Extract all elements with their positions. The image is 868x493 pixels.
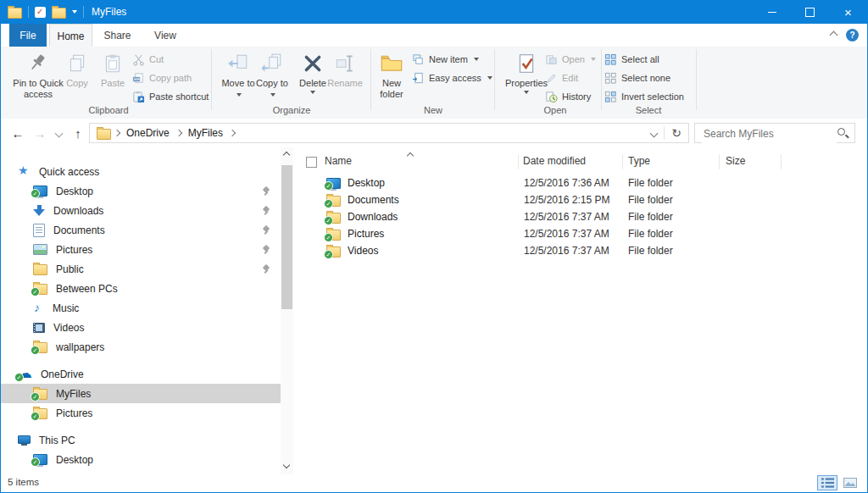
pin-icon bbox=[261, 206, 270, 216]
scrollbar-thumb[interactable] bbox=[281, 165, 292, 309]
file-row[interactable]: Downloads12/5/2016 7:37 AMFile folder bbox=[304, 208, 867, 225]
large-icons-view-button[interactable] bbox=[840, 475, 860, 490]
sidebar-scrollbar[interactable] bbox=[281, 147, 293, 474]
sidebar-item-label: Desktop bbox=[56, 186, 93, 197]
sidebar-item-quick-access[interactable]: Quick access bbox=[1, 162, 281, 181]
move-to-button[interactable]: Move to bbox=[220, 49, 257, 114]
file-row[interactable]: Pictures12/5/2016 7:37 AMFile folder bbox=[304, 225, 867, 242]
sort-ascending-icon bbox=[408, 149, 413, 161]
file-row[interactable]: Documents12/5/2016 2:15 PMFile folder bbox=[304, 191, 867, 208]
breadcrumb-chevron-icon[interactable] bbox=[229, 130, 236, 136]
properties-check-icon[interactable] bbox=[35, 7, 46, 18]
main-content: Quick accessDesktopDownloadsDocumentsPic… bbox=[1, 147, 867, 474]
search-box[interactable] bbox=[694, 123, 855, 143]
file-date-modified: 12/5/2016 2:15 PM bbox=[524, 191, 609, 208]
sidebar-item-desktop[interactable]: Desktop bbox=[1, 450, 281, 469]
minimize-button[interactable] bbox=[753, 0, 791, 24]
copy-button[interactable]: Copy bbox=[62, 49, 92, 114]
refresh-icon[interactable]: ↻ bbox=[671, 127, 682, 139]
details-view-button[interactable] bbox=[817, 475, 837, 490]
search-icon[interactable] bbox=[837, 127, 849, 140]
quick-access-toolbar bbox=[0, 6, 84, 19]
sidebar-item-myfiles[interactable]: MyFiles bbox=[1, 384, 281, 403]
sidebar-item-between-pcs[interactable]: Between PCs bbox=[1, 279, 281, 298]
properties-button[interactable]: Properties bbox=[504, 49, 548, 114]
file-size bbox=[694, 208, 777, 225]
copy-to-icon bbox=[261, 49, 283, 78]
tab-file[interactable]: File bbox=[9, 24, 47, 47]
sidebar-item-desktop[interactable]: Desktop bbox=[1, 181, 281, 201]
sidebar-item-label: Pictures bbox=[56, 244, 92, 256]
file-row[interactable]: Desktop12/5/2016 7:36 AMFile folder bbox=[304, 174, 867, 191]
sidebar-item-pictures[interactable]: Pictures bbox=[1, 403, 281, 423]
new-folder-button[interactable]: New folder bbox=[372, 49, 411, 114]
forward-button[interactable]: → bbox=[30, 119, 50, 147]
sidebar-item-label: Quick access bbox=[39, 166, 99, 178]
column-divider[interactable] bbox=[719, 154, 720, 169]
button-label: Easy access bbox=[429, 73, 481, 84]
sidebar-section-quick-access: Quick accessDesktopDownloadsDocumentsPic… bbox=[1, 162, 281, 357]
select-all-checkbox[interactable] bbox=[306, 157, 317, 168]
recent-locations-chevron-icon[interactable] bbox=[52, 119, 65, 147]
search-input[interactable] bbox=[702, 125, 837, 143]
sidebar-item-label: Music bbox=[53, 302, 79, 314]
scrollbar-down-icon[interactable] bbox=[283, 462, 290, 468]
file-name: Documents bbox=[348, 194, 399, 206]
group-label-open: Open bbox=[504, 105, 606, 115]
desktop-icon bbox=[326, 178, 341, 189]
column-divider[interactable] bbox=[518, 154, 519, 169]
music-icon bbox=[33, 302, 44, 314]
item-count: 5 items bbox=[8, 477, 39, 487]
address-dropdown-chevron-icon[interactable] bbox=[650, 129, 659, 137]
tab-share[interactable]: Share bbox=[96, 24, 139, 47]
ribbon-tabbar: File Home Share View ? bbox=[1, 24, 867, 47]
window-title: MyFiles bbox=[92, 6, 126, 18]
sidebar-item-pictures[interactable]: Pictures bbox=[1, 240, 281, 259]
invert-selection-button[interactable]: Invert selection bbox=[604, 88, 684, 105]
sidebar-item-videos[interactable]: Videos bbox=[1, 318, 281, 337]
new-folder-qat-icon[interactable] bbox=[52, 8, 66, 19]
properties-icon bbox=[515, 49, 537, 78]
rename-button[interactable]: Rename bbox=[326, 49, 364, 114]
explorer-folder-icon[interactable] bbox=[8, 8, 22, 19]
address-bar[interactable]: OneDrive MyFiles ↻ bbox=[89, 123, 689, 143]
copy-to-button[interactable]: Copy to bbox=[253, 49, 291, 114]
column-divider[interactable] bbox=[781, 154, 782, 169]
button-label: Paste bbox=[101, 78, 125, 89]
tab-home[interactable]: Home bbox=[49, 24, 92, 47]
sidebar-item-onedrive[interactable]: OneDrive bbox=[1, 364, 281, 384]
paste-shortcut-button[interactable]: Paste shortcut bbox=[132, 88, 209, 105]
back-button[interactable]: ← bbox=[8, 119, 28, 147]
column-header-type[interactable]: Type bbox=[628, 155, 650, 167]
download-icon bbox=[33, 205, 45, 217]
up-button[interactable]: ↑ bbox=[69, 119, 87, 147]
easy-access-button[interactable]: Easy access bbox=[412, 69, 492, 86]
close-button[interactable]: × bbox=[829, 0, 867, 24]
paste-button[interactable]: Paste bbox=[96, 49, 130, 114]
customize-toolbar-chevron-icon[interactable] bbox=[72, 10, 77, 14]
sidebar-item-public[interactable]: Public bbox=[1, 259, 281, 279]
sidebar-item-wallpapers[interactable]: wallpapers bbox=[1, 337, 281, 357]
history-button[interactable]: History bbox=[545, 88, 591, 105]
breadcrumb-onedrive[interactable]: OneDrive bbox=[126, 127, 170, 139]
pin-to-quick-access-button[interactable]: Pin to Quick access bbox=[11, 49, 65, 114]
sidebar-item-downloads[interactable]: Downloads bbox=[1, 201, 281, 220]
column-header-size[interactable]: Size bbox=[726, 155, 745, 167]
minimize-ribbon-chevron-icon[interactable] bbox=[830, 31, 838, 40]
sidebar-item-documents[interactable]: Documents bbox=[1, 220, 281, 240]
folder-icon bbox=[33, 389, 47, 400]
sidebar-item-this-pc[interactable]: This PC bbox=[1, 430, 281, 450]
breadcrumb-chevron-icon[interactable] bbox=[114, 130, 120, 136]
file-pane: Name Date modified Type Size Desktop12/5… bbox=[304, 147, 867, 474]
sidebar-item-music[interactable]: Music bbox=[1, 298, 281, 318]
breadcrumb-myfiles[interactable]: MyFiles bbox=[188, 127, 223, 139]
breadcrumb-chevron-icon[interactable] bbox=[175, 130, 181, 136]
file-row[interactable]: Videos12/5/2016 7:37 AMFile folder bbox=[304, 242, 867, 259]
help-button[interactable]: ? bbox=[846, 29, 859, 42]
column-header-date-modified[interactable]: Date modified bbox=[523, 155, 586, 167]
maximize-button[interactable] bbox=[791, 0, 829, 24]
tab-view[interactable]: View bbox=[145, 24, 186, 47]
column-header-name[interactable]: Name bbox=[325, 155, 352, 167]
scrollbar-up-icon[interactable] bbox=[283, 152, 290, 158]
column-divider[interactable] bbox=[622, 154, 623, 169]
